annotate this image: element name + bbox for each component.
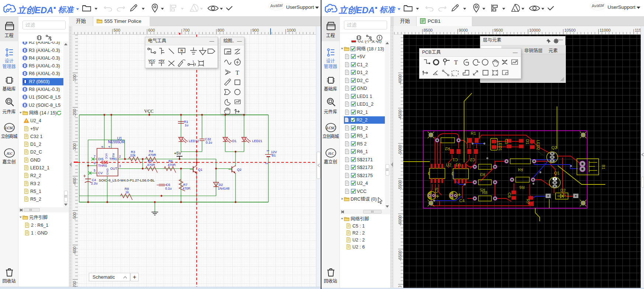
svg-text:B1: B1 [272,154,276,157]
svg-text:D1: D1 [525,139,530,144]
svg-text:Q2: Q2 [237,168,241,172]
svg-text:1N4148: 1N4148 [218,187,230,190]
svg-text:B1: B1 [601,165,606,169]
svg-text:R4: R4 [518,168,523,172]
svg-text:U1: U1 [456,163,461,167]
svg-text:SOIC-8_L5.0-W4.0-P1.27-LS6.0-B: SOIC-8_L5.0-W4.0-P1.27-LS6.0-BL [99,178,155,182]
svg-text:8500: 8500 [424,28,432,32]
svg-text:R1: R1 [471,131,476,135]
svg-text:-6500: -6500 [398,251,402,261]
svg-text:GND: GND [106,168,109,175]
svg-text:JLC: JLC [6,152,13,155]
svg-text:VCC: VCC [148,59,156,63]
svg-text:7: 7 [94,155,95,158]
svg-text:1u: 1u [185,123,188,127]
svg-text:1: 1 [266,150,270,152]
svg-text:R4: R4 [149,149,153,153]
svg-text:-600: -600 [72,247,77,255]
svg-text:LED1: LED1 [498,141,502,151]
svg-text:NE555DR: NE555DR [108,140,125,144]
svg-text:C6: C6 [166,183,170,187]
svg-text:0.1u: 0.1u [206,141,212,144]
svg-text:R7: R7 [183,183,188,187]
svg-text:T: T [236,70,239,76]
svg-text:-4500: -4500 [398,110,402,120]
svg-text:R2: R2 [445,147,450,151]
svg-text:+5V: +5V [174,151,182,155]
svg-text:5: 5 [94,169,95,172]
svg-text:700: 700 [183,28,189,32]
svg-text:OUT: OUT [110,167,118,170]
svg-text:TRIG: TRIG [109,157,118,161]
svg-text:-5500: -5500 [398,180,402,190]
svg-text:R3: R3 [480,172,485,177]
svg-text:22k: 22k [130,154,136,157]
svg-text:-200: -200 [72,109,77,117]
svg-text:10500: 10500 [564,28,576,32]
svg-text:900: 900 [252,28,259,32]
svg-text:Q2: Q2 [551,145,557,150]
svg-text:8: 8 [101,146,104,148]
svg-text:LCSC: LCSC [326,126,335,130]
svg-text:470R: 470R [147,163,155,167]
svg-text:-4000: -4000 [398,74,402,85]
svg-text:VCC: VCC [105,153,108,159]
svg-text:C2: C2 [470,158,475,162]
svg-text:470R: 470R [168,163,176,167]
svg-text:C6: C6 [507,193,512,198]
svg-text:R7: R7 [526,199,530,204]
svg-text:T: T [454,59,458,66]
svg-text:11500: 11500 [635,28,641,32]
svg-text:C1: C1 [453,158,458,162]
svg-text:-400: -400 [72,178,77,186]
svg-text:1: 1 [192,60,194,63]
svg-text:D1: D1 [232,139,237,143]
svg-text:CV: CV [98,171,103,175]
svg-text:VCC: VCC [144,109,154,114]
svg-text:U2: U2 [446,163,451,167]
svg-text:9000: 9000 [459,28,468,32]
svg-text:0.1u: 0.1u [165,187,172,190]
svg-text:-500: -500 [72,212,77,220]
svg-text:-7000: -7000 [398,286,402,287]
svg-text:-100: -100 [72,74,77,82]
svg-text:LED21: LED21 [252,139,262,143]
svg-text:-5000: -5000 [398,145,402,155]
svg-text:3: 3 [119,164,121,168]
svg-text:500: 500 [114,28,120,32]
svg-text:600: 600 [148,28,155,32]
svg-text:C4: C4 [459,198,464,203]
svg-text:LCSC: LCSC [5,126,14,130]
svg-text:R6: R6 [519,185,525,190]
svg-text:+5V: +5V [159,59,164,63]
svg-text:800: 800 [217,28,224,32]
svg-text:11000: 11000 [600,28,611,32]
svg-text:6: 6 [94,161,95,165]
svg-text:LED2: LED2 [536,140,540,150]
svg-text:C3: C3 [504,139,509,144]
svg-text:C5: C5 [434,188,439,193]
svg-text:1000: 1000 [287,28,296,32]
svg-text:9500: 9500 [494,28,503,32]
svg-text:Q1: Q1 [554,171,560,175]
svg-text:-6000: -6000 [398,215,402,226]
svg-text:470R: 470R [182,187,191,190]
svg-text:JLC: JLC [327,152,334,155]
svg-text:4: 4 [108,146,111,148]
svg-text:470R: 470R [148,153,156,157]
svg-text:2: 2 [119,155,121,158]
svg-text:N: N [181,49,183,52]
svg-text:D2: D2 [560,188,565,193]
svg-text:1k: 1k [125,190,129,194]
svg-text:10000: 10000 [529,28,541,32]
svg-text:-300: -300 [72,143,77,151]
svg-text:Q1: Q1 [198,168,202,172]
svg-text:R8: R8 [482,190,487,195]
svg-text:D2: D2 [219,183,223,187]
svg-text:LED12: LED12 [189,139,199,143]
svg-text:2.2u: 2.2u [91,181,98,185]
